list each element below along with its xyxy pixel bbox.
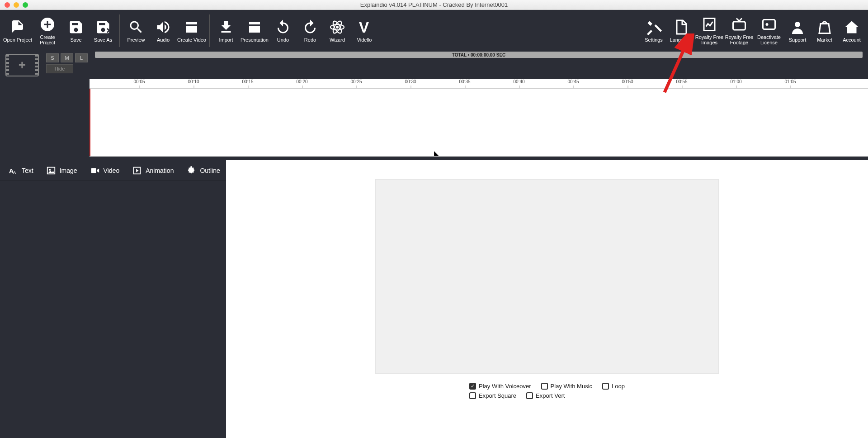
svg-text:A: A xyxy=(13,170,16,175)
redo-button[interactable]: Redo xyxy=(297,10,324,52)
play-music-checkbox[interactable]: Play With Music xyxy=(541,383,592,390)
puzzle-icon xyxy=(186,166,196,176)
image-icon xyxy=(46,166,56,176)
audio-label: Audio xyxy=(157,37,170,43)
tab-animation[interactable]: Animation xyxy=(132,166,174,176)
support-label: Support xyxy=(789,37,807,43)
add-scene-button[interactable]: + xyxy=(0,52,44,79)
open-project-label: Open Project xyxy=(3,37,32,43)
tab-image[interactable]: Image xyxy=(46,166,77,176)
rf-images-label: Royalty Free Images xyxy=(695,34,723,45)
wizard-button[interactable]: Wizard xyxy=(324,10,351,52)
royalty-free-images-button[interactable]: Royalty Free Images xyxy=(694,10,724,52)
tab-video-label: Video xyxy=(104,167,120,174)
chart-doc-icon xyxy=(701,16,717,33)
preview-button[interactable]: Preview xyxy=(123,10,150,52)
settings-button[interactable]: Settings xyxy=(640,10,667,52)
video-icon xyxy=(90,166,100,176)
ruler-tick: 00:40 xyxy=(513,79,524,84)
ruler-tick: 00:10 xyxy=(188,79,199,84)
ruler-tick: 00:25 xyxy=(350,79,362,84)
ruler-tick: 01:00 xyxy=(730,79,741,84)
language-label: Language xyxy=(670,37,692,43)
ruler-tick: 00:55 xyxy=(676,79,687,84)
svg-rect-6 xyxy=(733,22,745,30)
shopping-bag-icon xyxy=(816,19,833,35)
window-titlebar: Explaindio v4.014 PLATINUM - Cracked By … xyxy=(0,0,868,10)
redo-label: Redo xyxy=(304,37,316,43)
save-as-icon xyxy=(95,19,111,35)
timeline-track[interactable] xyxy=(90,89,868,157)
deactivate-label: Deactivate License xyxy=(757,34,781,45)
window-close-button[interactable] xyxy=(5,2,10,8)
loop-checkbox[interactable]: Loop xyxy=(602,383,625,390)
export-square-label: Export Square xyxy=(479,392,516,399)
export-vert-label: Export Vert xyxy=(536,392,565,399)
document-icon xyxy=(673,19,689,35)
timeline-ruler[interactable]: 00:0500:1000:1500:2000:2500:3000:3500:40… xyxy=(90,79,868,89)
audio-button[interactable]: Audio xyxy=(150,10,177,52)
wizard-label: Wizard xyxy=(330,37,345,43)
checkbox-icon xyxy=(526,392,533,399)
animation-icon xyxy=(132,166,142,176)
ruler-tick: 00:15 xyxy=(242,79,253,84)
save-icon xyxy=(68,19,84,35)
import-button[interactable]: Import xyxy=(212,10,240,52)
svg-rect-14 xyxy=(91,168,96,173)
deactivate-license-button[interactable]: Deactivate License xyxy=(754,10,784,52)
playhead[interactable] xyxy=(90,89,90,156)
ruler-tick: 00:50 xyxy=(622,79,633,84)
download-icon xyxy=(218,19,234,35)
language-button[interactable]: Language xyxy=(667,10,694,52)
vidello-button[interactable]: V Vidello xyxy=(351,10,378,52)
svg-rect-7 xyxy=(763,20,775,29)
main-toolbar: Open Project Create Project Save Save As… xyxy=(0,10,868,52)
create-video-button[interactable]: Create Video xyxy=(177,10,207,52)
mouse-cursor-icon: ◣ xyxy=(434,149,439,157)
window-maximize-button[interactable] xyxy=(23,2,28,8)
canvas-stage[interactable] xyxy=(375,179,719,374)
size-s-button[interactable]: S xyxy=(46,53,59,62)
file-plus-icon xyxy=(39,16,56,33)
size-l-button[interactable]: L xyxy=(75,53,88,62)
size-m-button[interactable]: M xyxy=(61,53,73,62)
asset-panel: AA Text Image Video Animation Outline xyxy=(0,160,226,438)
svg-point-9 xyxy=(795,22,800,27)
window-minimize-button[interactable] xyxy=(14,2,19,8)
export-vert-checkbox[interactable]: Export Vert xyxy=(526,392,565,399)
tab-text[interactable]: AA Text xyxy=(8,166,33,176)
tab-video[interactable]: Video xyxy=(90,166,120,176)
preview-label: Preview xyxy=(127,37,145,43)
hide-button[interactable]: Hide xyxy=(46,64,73,73)
rf-footage-label: Royalty Free Footage xyxy=(725,34,753,45)
create-video-label: Create Video xyxy=(177,37,206,43)
total-duration-label: TOTAL • 00:00:00.00 SEC xyxy=(95,52,863,58)
settings-label: Settings xyxy=(645,37,663,43)
atom-icon xyxy=(329,19,345,35)
save-as-button[interactable]: Save As xyxy=(90,10,117,52)
checkbox-checked-icon xyxy=(469,383,476,390)
royalty-free-footage-button[interactable]: Royalty Free Footage xyxy=(724,10,754,52)
svg-text:V: V xyxy=(359,19,369,35)
open-project-button[interactable]: Open Project xyxy=(3,10,33,52)
checkbox-icon xyxy=(602,383,609,390)
svg-point-8 xyxy=(766,23,769,26)
undo-label: Undo xyxy=(277,37,289,43)
presentation-button[interactable]: Presentation xyxy=(240,10,269,52)
market-button[interactable]: Market xyxy=(811,10,838,52)
ruler-tick: 00:45 xyxy=(567,79,579,84)
support-button[interactable]: Support xyxy=(784,10,811,52)
account-button[interactable]: Account xyxy=(838,10,865,52)
ruler-tick: 01:05 xyxy=(784,79,796,84)
save-as-label: Save As xyxy=(94,37,112,43)
tab-outline[interactable]: Outline xyxy=(186,166,220,176)
play-voiceover-checkbox[interactable]: Play With Voiceover xyxy=(469,383,531,390)
vidello-label: Vidello xyxy=(357,37,372,43)
save-button[interactable]: Save xyxy=(62,10,90,52)
tools-icon xyxy=(646,19,662,35)
export-square-checkbox[interactable]: Export Square xyxy=(469,392,516,399)
redo-icon xyxy=(302,19,318,35)
undo-button[interactable]: Undo xyxy=(269,10,297,52)
create-project-button[interactable]: Create Project xyxy=(33,10,62,52)
ruler-tick: 00:30 xyxy=(405,79,416,84)
